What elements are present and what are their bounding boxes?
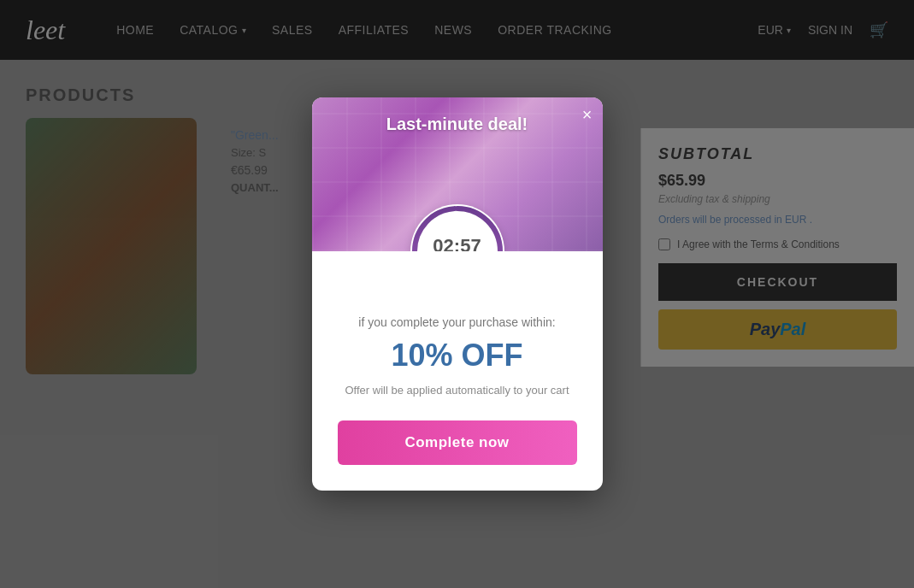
deal-modal: Last-minute deal! ×	[312, 97, 603, 491]
modal-overlay[interactable]: Last-minute deal! ×	[0, 0, 914, 588]
complete-now-button[interactable]: Complete now	[338, 420, 577, 465]
timer-container: 02:57 MINS	[410, 204, 504, 251]
modal-auto-text: Offer will be applied automatically to y…	[338, 382, 577, 399]
modal-subtitle: if you complete your purchase within:	[338, 315, 577, 329]
modal-title: Last-minute deal!	[312, 115, 603, 134]
modal-close-button[interactable]: ×	[582, 106, 593, 123]
timer-time: 02:57	[433, 237, 481, 252]
modal-discount: 10% OFF	[338, 338, 577, 373]
modal-body: if you complete your purchase within: 10…	[312, 251, 603, 491]
modal-header: Last-minute deal! ×	[312, 97, 603, 251]
timer-circle: 02:57 MINS	[410, 204, 504, 251]
